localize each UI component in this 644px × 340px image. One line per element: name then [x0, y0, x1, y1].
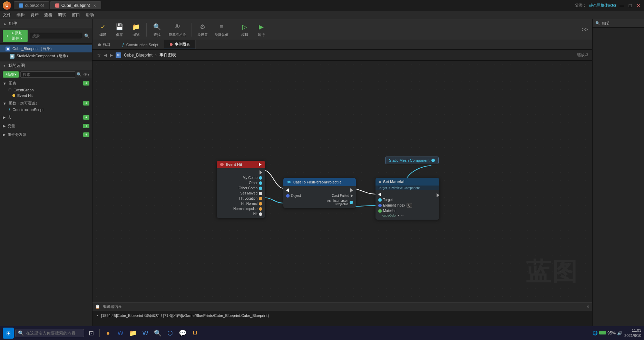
taskbar-explorer-icon[interactable]: 📁 [127, 328, 138, 339]
setmat-material-value: cubeColor ▾ ··· [375, 213, 432, 218]
right-panel: 🔍 细节 [592, 19, 644, 330]
blueprint-search-input[interactable] [20, 71, 75, 78]
static-mesh-node[interactable]: Static Mesh Component [385, 157, 439, 164]
cast-exec-in [283, 188, 320, 193]
construction-script-tab[interactable]: ƒ Construction Script [116, 40, 164, 49]
menu-view[interactable]: 查看 [44, 12, 52, 18]
find-button[interactable]: 🔍 查找 [149, 21, 165, 39]
functions-add-button[interactable]: + [83, 101, 89, 106]
exec-arrow-icon [260, 170, 262, 174]
functions-header[interactable]: ▼ 函数（20可覆盖） + [0, 100, 92, 107]
save-button[interactable]: 💾 保存 [112, 21, 127, 39]
breadcrumb-forward-icon[interactable]: ▶ [110, 53, 113, 58]
view-options-icon[interactable]: 👁▾ [83, 72, 89, 77]
taskbar-time: 11:03 [624, 328, 641, 333]
breadcrumb-star-icon[interactable]: ☆ [97, 52, 101, 58]
setmat-element-value[interactable]: 0 [407, 203, 412, 208]
compiler-title: 编译器结果 [103, 304, 122, 309]
simulate-button[interactable]: ▷ 模拟 [237, 21, 252, 39]
setmat-target-dot [378, 198, 382, 202]
tree-item-cube-blueprint[interactable]: ■ Cube_Blueprint（自身） [0, 45, 92, 52]
browse-button[interactable]: 📁 浏览 [128, 21, 144, 39]
menu-help[interactable]: 帮助 [86, 12, 94, 18]
pin-self-moved: Self Moved [217, 191, 265, 196]
taskbar-wechat-icon[interactable]: 💬 [177, 328, 188, 339]
menu-edit[interactable]: 编辑 [17, 12, 25, 18]
breadcrumb-back-icon[interactable]: ◀ [104, 53, 107, 58]
hit-normal-dot [259, 202, 262, 206]
compiler-message: [1894.45]Cube_Blueprint 编译成功！[71 毫秒内](/G… [101, 313, 271, 318]
start-button[interactable]: ⊞ [3, 328, 14, 339]
variables-add-button[interactable]: + [83, 124, 89, 128]
cast-to-outputs: Cast Failed As First Person Projectile [320, 188, 356, 207]
editor-tab-bar: 视口 ƒ Construction Script 事件图表 [92, 40, 592, 50]
taskbar-chrome-icon[interactable]: ● [103, 328, 114, 339]
viewport-tab[interactable]: 视口 [92, 40, 116, 49]
toolbar: ✓ 编译 💾 保存 📁 浏览 🔍 查找 👁 隐藏不相关 ⚙ [92, 19, 592, 40]
class-defaults-button[interactable]: ≡ 类默认值 [212, 21, 231, 39]
taskbar-ws-icon[interactable]: W [140, 328, 151, 339]
event-dispatchers-add-button[interactable]: + [83, 132, 89, 137]
graphs-add-button[interactable]: + [83, 81, 89, 86]
tab-close-button[interactable]: ✕ [93, 4, 96, 8]
pin-my-comp: My Comp [217, 175, 265, 180]
construction-script-item[interactable]: ƒ ConstructionScript [0, 107, 92, 112]
macros-header[interactable]: ▶ 宏 + [0, 114, 92, 121]
titlebar-right: 父类： 静态网格体actor — □ ✕ [575, 3, 641, 8]
macros-add-button[interactable]: + [83, 115, 89, 120]
taskbar-vscode-icon[interactable]: ⬡ [165, 328, 176, 339]
tab-cube-blueprint[interactable]: Cube_Blueprint ✕ [50, 1, 101, 9]
taskbar-task-view[interactable]: ⊡ [86, 328, 97, 339]
event-hit-header: Event Hit [217, 161, 265, 168]
pin-exec-out [217, 170, 265, 175]
taskbar-search2-icon[interactable]: 🔍 [152, 328, 163, 339]
main-area: ▲ 组件 + + 添加组件 ▾ 🔍 ■ Cube_Blueprint（自身） ▣… [0, 19, 644, 330]
run-icon: ▶ [256, 22, 266, 32]
event-graph-tab[interactable]: 事件图表 [164, 40, 196, 49]
static-mesh-out-dot [431, 159, 435, 162]
graphs-header[interactable]: ▼ 图表 + [0, 80, 92, 87]
components-icon: ▲ [3, 21, 7, 26]
class-settings-button[interactable]: ⚙ 类设置 [195, 21, 211, 39]
event-hit-dot-icon [220, 163, 224, 166]
taskbar-ue-icon[interactable]: U [189, 328, 201, 339]
event-hit-item[interactable]: Event Hit [0, 93, 92, 98]
close-button[interactable]: ✕ [636, 3, 641, 8]
taskbar-search-icon: 🔍 [18, 330, 24, 336]
set-material-body: Target Element Index 0 Material [375, 190, 439, 220]
my-blueprint-header[interactable]: ▼ 我的蓝图 [0, 61, 92, 70]
add-component-button[interactable]: + + 添加组件 ▾ [3, 30, 28, 42]
taskbar-search-input[interactable] [15, 329, 84, 337]
new-item-button[interactable]: +新增▾ [3, 71, 19, 78]
components-section-header: ▲ 组件 [0, 19, 92, 28]
hide-button[interactable]: 👁 隐藏不相关 [166, 21, 189, 39]
compile-button[interactable]: ✓ 编译 [95, 21, 110, 39]
variables-header[interactable]: ▶ 变量 + [0, 122, 92, 130]
taskbar-word-icon[interactable]: W [115, 328, 126, 339]
cast-to-node[interactable]: ≫ Cast To FirstPersonProjectile Object [283, 178, 356, 208]
menu-file[interactable]: 文件 [3, 12, 11, 18]
minimize-button[interactable]: — [619, 3, 625, 8]
graph-canvas[interactable]: Event Hit My Comp Other [92, 61, 592, 302]
eventgraph-icon: ⊞ [8, 88, 11, 92]
run-button[interactable]: ▶ 运行 [254, 21, 269, 39]
simulate-icon: ▷ [240, 22, 250, 32]
event-hit-node[interactable]: Event Hit My Comp Other [217, 161, 265, 218]
breadcrumb-separator: › [155, 53, 157, 58]
component-search-input[interactable] [30, 33, 82, 39]
tree-item-icon-mesh: ▣ [10, 54, 14, 59]
event-dispatchers-header[interactable]: ▶ 事件分发器 + [0, 131, 92, 138]
tab-cubecolor[interactable]: cubeColor [14, 1, 49, 9]
toolbar-sep-2 [192, 23, 192, 37]
cast-to-body: Object Cast Failed As First Person Proje… [283, 186, 356, 208]
toolbar-more-button[interactable]: >> [580, 25, 589, 34]
menu-debug[interactable]: 调试 [58, 12, 66, 18]
taskbar-sys-icons: 🌐 95% 🔊 [593, 331, 622, 336]
tree-item-static-mesh[interactable]: ▣ StaticMeshComponent（继承） [0, 52, 92, 60]
compiler-close-icon[interactable]: ✕ [586, 304, 589, 309]
maximize-button[interactable]: □ [627, 3, 633, 8]
menu-asset[interactable]: 资产 [30, 12, 39, 18]
set-material-node[interactable]: ■ Set Material Target is Primitive Compo… [375, 178, 439, 220]
eventgraph-item[interactable]: ⊞ EventGraph [0, 87, 92, 93]
menu-window[interactable]: 窗口 [72, 12, 80, 18]
